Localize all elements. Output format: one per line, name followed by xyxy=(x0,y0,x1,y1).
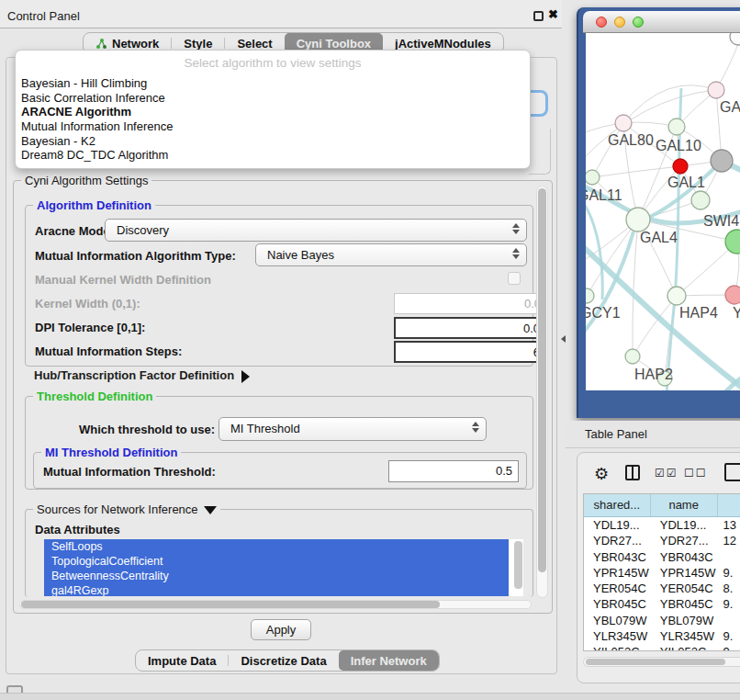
tab-impute-data[interactable]: Impute Data xyxy=(136,650,228,671)
table-cell: YBR043C xyxy=(584,549,651,565)
sources-group-title[interactable]: Sources for Network Inference xyxy=(33,502,220,516)
list-scrollbar[interactable] xyxy=(514,541,522,589)
table-cell: YER054C xyxy=(651,581,718,596)
network-edge xyxy=(592,123,623,177)
aracne-mode-combo[interactable]: Discovery xyxy=(105,219,527,242)
algorithm-dropdown-item[interactable]: ARACNE Algorithm xyxy=(16,105,530,119)
algorithm-dropdown-item[interactable]: Dream8 DC_TDC Algorithm xyxy=(16,148,530,163)
document-icon[interactable] xyxy=(724,463,740,481)
network-node-label: GAL11 xyxy=(586,187,622,203)
table-column-header[interactable]: name xyxy=(651,494,718,516)
mi-algorithm-type-combo[interactable]: Naive Bayes xyxy=(255,243,527,266)
settings-horizontal-scrollbar[interactable] xyxy=(19,600,532,609)
table-row[interactable]: YDL19...YDL19...13 xyxy=(584,517,740,533)
network-node-y[interactable] xyxy=(725,286,740,304)
data-attribute-item[interactable]: TopologicalCoefficient xyxy=(44,554,509,569)
table-row[interactable]: YBR045CYBR045C9. xyxy=(584,596,740,612)
close-icon[interactable]: ✖ xyxy=(548,7,558,21)
gear-icon[interactable]: ⚙ xyxy=(594,464,609,484)
table-cell: YPR145W xyxy=(651,565,718,581)
table-cell: YDR27... xyxy=(651,533,718,548)
table-row[interactable]: YLR345WYLR345W9. xyxy=(584,628,740,644)
groupbox-fragment xyxy=(529,129,551,175)
table-cell: YDR27... xyxy=(584,533,651,548)
traffic-light-zoom-icon[interactable] xyxy=(633,17,644,28)
algorithm-dropdown-item[interactable]: Bayesian - Hill Climbing xyxy=(16,76,530,91)
table-row[interactable]: YDR27...YDR27...12 xyxy=(584,533,740,548)
data-attribute-item[interactable]: BetweennessCentrality xyxy=(44,569,509,583)
network-edge xyxy=(623,85,716,123)
table-cell: 9. xyxy=(718,628,740,644)
table-column-header[interactable]: shared... xyxy=(584,494,651,516)
mi-threshold-field[interactable]: 0.5 xyxy=(388,460,519,482)
table-row[interactable]: YBR043CYBR043C xyxy=(584,549,740,565)
algorithm-dropdown-item[interactable]: Bayesian - K2 xyxy=(16,134,530,149)
table-row[interactable]: YPR145WYPR145W9. xyxy=(584,565,740,581)
network-node-gal10[interactable] xyxy=(668,119,685,135)
network-node-gal[interactable] xyxy=(708,82,724,98)
group-title: Cyni Algorithm Settings xyxy=(21,174,151,187)
table-cell: YIL052C xyxy=(651,644,718,651)
columns-icon[interactable] xyxy=(625,465,640,480)
data-attributes-list[interactable]: SelfLoopsTopologicalCoefficientBetweenne… xyxy=(44,539,523,596)
traffic-light-close-icon[interactable] xyxy=(596,17,607,28)
network-canvas[interactable]: GALGAL80GAL10GAL1GAL11SWI4GAL4GCY1HAP4YH… xyxy=(586,33,740,390)
network-node-hap4[interactable] xyxy=(667,287,686,305)
table-horizontal-scrollbar[interactable] xyxy=(583,657,740,667)
bottom-strip xyxy=(0,693,740,700)
hub-section-toggle[interactable]: Hub/Transcription Factor Definition xyxy=(34,368,250,383)
node-table: shared...name YDL19...YDL19...13YDR27...… xyxy=(583,493,740,651)
network-node[interactable] xyxy=(730,33,740,45)
network-node[interactable] xyxy=(673,159,688,174)
manual-kernel-width-checkbox xyxy=(508,272,521,285)
which-threshold-combo[interactable]: MI Threshold xyxy=(219,417,487,441)
table-cell: 8. xyxy=(718,581,740,596)
algorithm-dropdown-item[interactable]: Mutual Information Inference xyxy=(16,119,530,134)
control-panel-title: Control Panel xyxy=(7,9,80,23)
table-cell: 9. xyxy=(718,596,740,612)
network-node-swi4[interactable] xyxy=(725,230,740,254)
tab-discretize-data[interactable]: Discretize Data xyxy=(229,650,338,671)
table-cell: YLR345W xyxy=(584,628,651,644)
table-row[interactable]: YIL052CYIL052C9 xyxy=(584,644,740,651)
table-cell: YBL079W xyxy=(651,613,718,628)
network-node-gal80[interactable] xyxy=(615,115,632,131)
bottom-tabbar: Impute Data Discretize Data Infer Networ… xyxy=(135,649,440,672)
network-node-label: HAP4 xyxy=(679,305,718,321)
panel-resize-handle[interactable] xyxy=(561,335,566,343)
stepper-arrows-icon xyxy=(512,248,520,259)
tab-infer-network[interactable]: Infer Network xyxy=(339,650,439,671)
table-row[interactable]: YER054CYER054C8. xyxy=(584,581,740,596)
table-row[interactable]: YBL079WYBL079W xyxy=(584,613,740,628)
network-node-gal4[interactable] xyxy=(626,208,650,231)
data-attribute-item[interactable]: SelfLoops xyxy=(44,539,509,554)
table-column-header[interactable] xyxy=(718,494,740,516)
data-attribute-item[interactable]: gal4RGexp xyxy=(44,583,509,596)
select-all-icon[interactable]: ☑☑ xyxy=(655,467,678,480)
network-node-gal1[interactable] xyxy=(691,191,710,209)
mi-steps-field[interactable]: 6 xyxy=(394,341,547,363)
dpi-tolerance-field[interactable]: 0.0 xyxy=(394,317,547,339)
network-node-label: GAL xyxy=(720,99,740,115)
threshold-definition-group: Threshold Definition Which threshold to … xyxy=(25,396,533,490)
table-cell: 9. xyxy=(718,565,740,581)
dpi-tolerance-label: DPI Tolerance [0,1]: xyxy=(35,321,145,334)
apply-button[interactable]: Apply xyxy=(251,619,311,640)
network-node-label: HAP2 xyxy=(634,367,673,382)
network-node[interactable] xyxy=(711,150,733,172)
network-node-label: GCY1 xyxy=(586,305,621,321)
float-window-icon[interactable] xyxy=(533,11,544,21)
kernel-width-label: Kernel Width (0,1): xyxy=(35,297,140,310)
deselect-all-icon[interactable]: ☐☐ xyxy=(684,467,708,480)
collapse-down-icon xyxy=(204,506,217,514)
table-panel: ⚙ ☑☑ ☐☐ shared...name YDL19...YDL19...13… xyxy=(577,452,740,683)
mi-threshold-definition-group: MI Threshold Definition Mutual Informati… xyxy=(33,452,527,489)
network-node-gal11[interactable] xyxy=(586,170,600,185)
network-node-gcy1[interactable] xyxy=(586,288,594,303)
traffic-light-minimize-icon[interactable] xyxy=(614,17,625,28)
settings-vertical-scrollbar[interactable] xyxy=(536,186,548,598)
table-cell xyxy=(718,613,740,628)
table-header-row: shared...name xyxy=(584,494,740,517)
network-node-hap2[interactable] xyxy=(625,349,640,364)
algorithm-dropdown-item[interactable]: Basic Correlation Inference xyxy=(16,91,530,106)
